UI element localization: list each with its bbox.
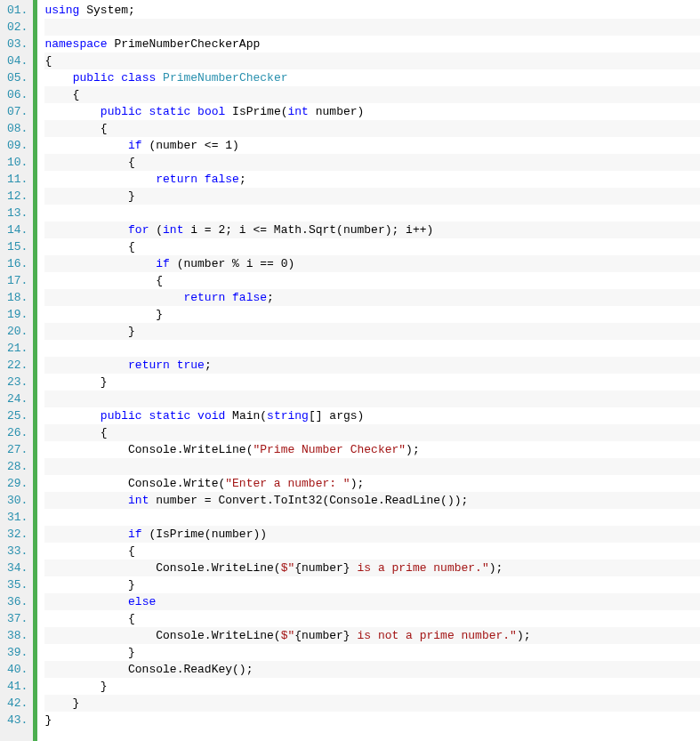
token xyxy=(44,139,128,152)
code-line[interactable]: if (IsPrime(number)) xyxy=(44,526,700,543)
code-line[interactable]: if (number % i == 0) xyxy=(44,255,700,272)
code-line[interactable]: } xyxy=(44,712,700,729)
code-line[interactable]: { xyxy=(44,238,700,255)
code-line[interactable] xyxy=(44,205,700,221)
token: public xyxy=(101,105,142,118)
token: (IsPrime(number)) xyxy=(142,528,267,541)
line-number: 22. xyxy=(7,357,28,374)
code-line[interactable]: { xyxy=(44,154,700,171)
code-line[interactable]: Console.WriteLine($"{number} is not a pr… xyxy=(44,627,700,644)
token: ); xyxy=(489,561,503,575)
token: static xyxy=(149,105,190,118)
token xyxy=(44,358,128,372)
line-number: 19. xyxy=(7,306,28,323)
token: PrimeNumberCheckerApp xyxy=(108,37,261,51)
token: Console.WriteLine( xyxy=(44,629,280,642)
code-line[interactable]: } xyxy=(44,695,700,712)
token: $" xyxy=(281,629,295,642)
token: is not a prime number." xyxy=(350,629,517,642)
token: } xyxy=(44,325,134,338)
token: } xyxy=(44,697,79,710)
line-number: 05. xyxy=(7,69,28,86)
code-line[interactable] xyxy=(44,509,700,526)
code-line[interactable]: public class PrimeNumberChecker xyxy=(44,69,700,86)
code-line[interactable]: } xyxy=(44,306,700,323)
token: return xyxy=(183,291,225,304)
code-line[interactable]: if (number <= 1) xyxy=(44,137,700,154)
token: return xyxy=(156,173,197,186)
code-line[interactable]: } xyxy=(44,678,700,695)
code-line[interactable]: public static void Main(string[] args) xyxy=(44,407,700,424)
line-number: 04. xyxy=(7,52,28,69)
token: number = Convert.ToInt32(Console.ReadLin… xyxy=(149,494,468,507)
line-number: 40. xyxy=(7,661,28,678)
code-line[interactable]: else xyxy=(44,593,700,610)
token: int xyxy=(128,494,149,507)
code-line[interactable]: return true; xyxy=(44,357,700,374)
line-number: 16. xyxy=(7,255,28,272)
token: static xyxy=(149,409,190,423)
code-line[interactable]: public static bool IsPrime(int number) xyxy=(44,103,700,120)
line-number: 27. xyxy=(7,441,28,458)
code-line[interactable]: { xyxy=(44,120,700,137)
token: namespace xyxy=(44,37,107,51)
code-area[interactable]: using System;namespace PrimeNumberChecke… xyxy=(37,0,700,741)
line-number: 32. xyxy=(7,526,28,543)
token: { xyxy=(44,88,79,101)
code-line[interactable]: int number = Convert.ToInt32(Console.Rea… xyxy=(44,492,700,509)
line-number: 17. xyxy=(7,272,28,289)
token: if xyxy=(128,528,142,541)
token: (number % i == 0) xyxy=(170,257,294,270)
code-line[interactable]: Console.WriteLine("Prime Number Checker"… xyxy=(44,441,700,458)
code-line[interactable]: } xyxy=(44,188,700,205)
token: bool xyxy=(197,105,225,118)
code-line[interactable]: } xyxy=(44,576,700,593)
token: Console.WriteLine( xyxy=(44,443,253,456)
code-line[interactable]: { xyxy=(44,424,700,441)
token: } xyxy=(44,308,163,321)
code-line[interactable]: using System; xyxy=(44,2,700,19)
line-number: 07. xyxy=(7,103,28,120)
code-line[interactable]: Console.Write("Enter a number: "); xyxy=(44,475,700,492)
line-number: 31. xyxy=(7,509,28,526)
token: ); xyxy=(517,629,531,642)
code-line[interactable]: { xyxy=(44,610,700,627)
token xyxy=(44,528,128,541)
line-number: 06. xyxy=(7,86,28,103)
line-number: 39. xyxy=(7,644,28,661)
code-line[interactable]: { xyxy=(44,86,700,103)
token: (number <= 1) xyxy=(142,139,239,152)
token: {number} xyxy=(294,561,350,575)
code-line[interactable]: } xyxy=(44,644,700,661)
token: Console.ReadKey(); xyxy=(44,663,253,676)
token xyxy=(44,409,100,423)
code-line[interactable] xyxy=(44,391,700,407)
code-line[interactable]: { xyxy=(44,543,700,560)
token: {number} xyxy=(294,629,350,642)
token xyxy=(197,173,205,186)
code-line[interactable]: Console.ReadKey(); xyxy=(44,661,700,678)
line-number: 35. xyxy=(7,576,28,593)
code-line[interactable]: return false; xyxy=(44,171,700,188)
code-line[interactable]: { xyxy=(44,52,700,69)
token: ; xyxy=(205,358,212,372)
token: ; xyxy=(267,291,274,304)
token xyxy=(170,358,177,372)
token: } xyxy=(44,713,52,727)
line-number: 08. xyxy=(7,120,28,137)
token xyxy=(44,105,100,118)
code-line[interactable] xyxy=(44,340,700,357)
code-line[interactable]: } xyxy=(44,374,700,391)
code-line[interactable]: } xyxy=(44,323,700,340)
code-line[interactable]: Console.WriteLine($"{number} is a prime … xyxy=(44,560,700,576)
code-line[interactable]: { xyxy=(44,272,700,289)
token: System; xyxy=(79,4,134,17)
token: { xyxy=(44,240,134,254)
token: ; xyxy=(239,173,246,186)
code-line[interactable] xyxy=(44,19,700,36)
code-line[interactable]: namespace PrimeNumberCheckerApp xyxy=(44,36,700,52)
code-line[interactable] xyxy=(44,458,700,475)
code-line[interactable]: for (int i = 2; i <= Math.Sqrt(number); … xyxy=(44,221,700,238)
token xyxy=(225,291,232,304)
code-line[interactable]: return false; xyxy=(44,289,700,306)
